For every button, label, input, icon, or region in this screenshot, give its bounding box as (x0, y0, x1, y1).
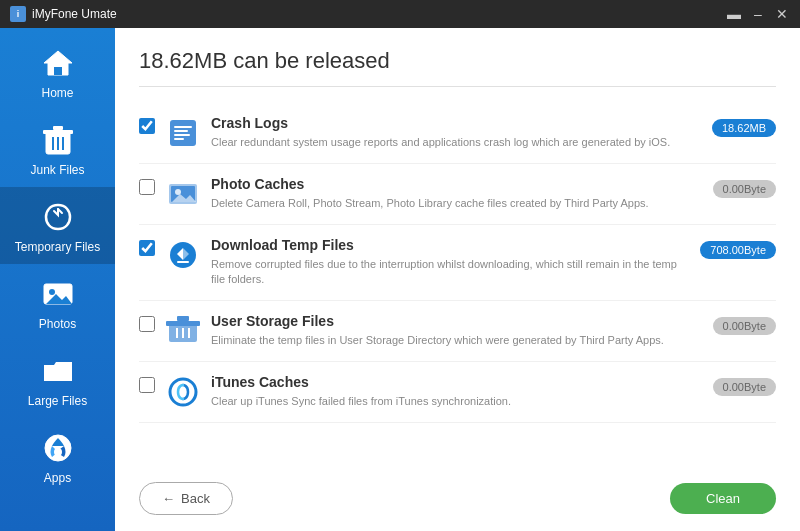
info-download-temp: Download Temp Files Remove corrupted fil… (211, 237, 688, 288)
file-item-user-storage: User Storage Files Eliminate the temp fi… (139, 301, 776, 362)
size-badge-download-temp: 708.00Byte (700, 241, 776, 259)
checkbox-itunes-caches[interactable] (139, 377, 155, 397)
size-badge-user-storage: 0.00Byte (713, 317, 776, 335)
items-list: Crash Logs Clear redundant system usage … (139, 103, 776, 464)
back-label: Back (181, 491, 210, 506)
size-itunes-caches: 0.00Byte (713, 377, 776, 395)
trash-icon (40, 122, 76, 158)
title-bar: i iMyFone Umate ▬ – ✕ (0, 0, 800, 28)
title-download-temp: Download Temp Files (211, 237, 688, 253)
svg-rect-28 (177, 316, 189, 321)
sidebar-item-home[interactable]: Home (0, 33, 115, 110)
title-crash-logs: Crash Logs (211, 115, 700, 131)
sidebar-label-apps: Apps (44, 471, 71, 485)
app-body: Home Junk Files (0, 28, 800, 531)
checkbox-crash-logs[interactable] (139, 118, 155, 138)
size-user-storage: 0.00Byte (713, 316, 776, 334)
back-button[interactable]: ← Back (139, 482, 233, 515)
desc-download-temp: Remove corrupted files due to the interr… (211, 257, 688, 288)
size-crash-logs: 18.62MB (712, 118, 776, 136)
svg-point-32 (170, 379, 196, 405)
svg-rect-3 (43, 130, 73, 134)
minimize-icon[interactable]: ▬ (726, 6, 742, 22)
footer: ← Back Clean (139, 468, 776, 515)
icon-crash-logs (165, 115, 201, 151)
svg-rect-16 (174, 134, 190, 136)
svg-rect-4 (53, 126, 63, 130)
desc-photo-caches: Delete Camera Roll, Photo Stream, Photo … (211, 196, 701, 211)
sidebar-item-photos[interactable]: Photos (0, 264, 115, 341)
app-title: iMyFone Umate (32, 7, 726, 21)
sidebar-item-apps[interactable]: Apps (0, 418, 115, 495)
svg-point-9 (49, 289, 55, 295)
info-photo-caches: Photo Caches Delete Camera Roll, Photo S… (211, 176, 701, 211)
sidebar-item-large-files[interactable]: Large Files (0, 341, 115, 418)
icon-itunes-caches (165, 374, 201, 410)
main-content: 18.62MB can be released Crash Logs Clear… (115, 28, 800, 531)
svg-rect-25 (177, 261, 189, 263)
file-item-itunes-caches: iTunes Caches Clear up iTunes Sync faile… (139, 362, 776, 423)
sidebar-item-temporary-files[interactable]: Temporary Files (0, 187, 115, 264)
size-badge-photo-caches: 0.00Byte (713, 180, 776, 198)
size-badge-itunes-caches: 0.00Byte (713, 378, 776, 396)
file-item-download-temp: Download Temp Files Remove corrupted fil… (139, 225, 776, 301)
icon-download-temp (165, 237, 201, 273)
close-icon[interactable]: ✕ (774, 6, 790, 22)
file-item-crash-logs: Crash Logs Clear redundant system usage … (139, 103, 776, 164)
sidebar-label-home: Home (41, 86, 73, 100)
checkbox-user-storage[interactable] (139, 316, 155, 336)
sidebar-item-junk-files[interactable]: Junk Files (0, 110, 115, 187)
icon-user-storage (165, 313, 201, 349)
sidebar: Home Junk Files (0, 28, 115, 531)
desc-itunes-caches: Clear up iTunes Sync failed files from i… (211, 394, 701, 409)
title-user-storage: User Storage Files (211, 313, 701, 329)
recycle-icon (40, 199, 76, 235)
page-title: 18.62MB can be released (139, 48, 776, 87)
svg-rect-13 (170, 120, 196, 146)
info-crash-logs: Crash Logs Clear redundant system usage … (211, 115, 700, 150)
size-download-temp: 708.00Byte (700, 240, 776, 258)
svg-rect-14 (174, 126, 192, 128)
svg-rect-1 (54, 67, 62, 75)
info-user-storage: User Storage Files Eliminate the temp fi… (211, 313, 701, 348)
checkbox-photo-caches[interactable] (139, 179, 155, 199)
app-logo: i (10, 6, 26, 22)
svg-rect-27 (166, 321, 200, 326)
restore-icon[interactable]: – (750, 6, 766, 22)
folder-icon (40, 353, 76, 389)
back-arrow-icon: ← (162, 491, 175, 506)
sidebar-label-temp: Temporary Files (15, 240, 100, 254)
sidebar-label-junk: Junk Files (30, 163, 84, 177)
apps-icon (40, 430, 76, 466)
title-photo-caches: Photo Caches (211, 176, 701, 192)
size-badge-crash-logs: 18.62MB (712, 119, 776, 137)
sidebar-label-photos: Photos (39, 317, 76, 331)
photos-icon (40, 276, 76, 312)
file-item-photo-caches: Photo Caches Delete Camera Roll, Photo S… (139, 164, 776, 225)
desc-crash-logs: Clear redundant system usage reports and… (211, 135, 700, 150)
info-itunes-caches: iTunes Caches Clear up iTunes Sync faile… (211, 374, 701, 409)
desc-user-storage: Eliminate the temp files in User Storage… (211, 333, 701, 348)
clean-button[interactable]: Clean (670, 483, 776, 514)
icon-photo-caches (165, 176, 201, 212)
home-icon (40, 45, 76, 81)
checkbox-download-temp[interactable] (139, 240, 155, 260)
svg-point-12 (54, 448, 62, 456)
size-photo-caches: 0.00Byte (713, 179, 776, 197)
window-controls: ▬ – ✕ (726, 6, 790, 22)
svg-rect-15 (174, 130, 188, 132)
sidebar-label-large: Large Files (28, 394, 87, 408)
title-itunes-caches: iTunes Caches (211, 374, 701, 390)
svg-rect-17 (174, 138, 184, 140)
